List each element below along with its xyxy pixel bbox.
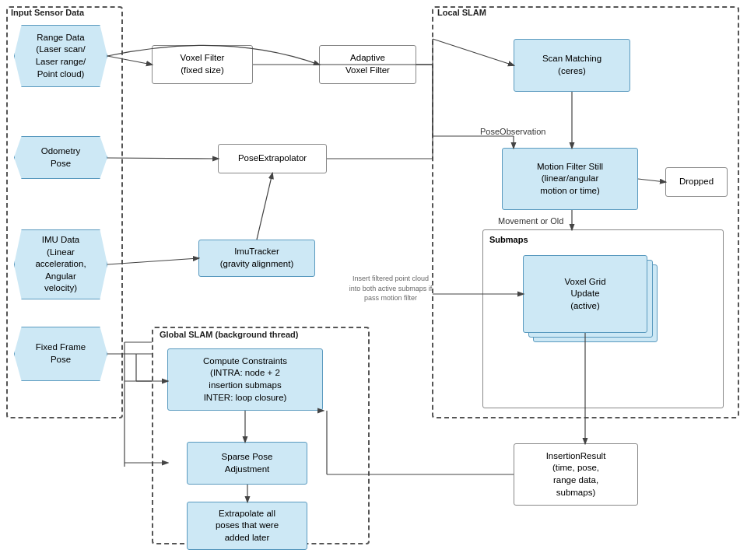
svg-line-5 xyxy=(107,158,218,159)
imu-tracker-box: ImuTracker (gravity alignment) xyxy=(198,240,315,277)
movement-old-label: Movement or Old xyxy=(498,216,563,226)
insertion-result-box: InsertionResult (time, pose, range data,… xyxy=(514,443,638,506)
voxel-grid-update-box: Voxel Grid Update (active) xyxy=(523,255,647,333)
fixed-frame-pose-box: Fixed Frame Pose xyxy=(14,327,107,381)
dropped-box: Dropped xyxy=(665,167,728,197)
pose-observation-label: PoseObservation xyxy=(480,127,545,136)
range-data-box: Range Data (Laser scan/ Laser range/ Poi… xyxy=(14,25,107,87)
extrapolate-poses-box: Extrapolate all poses that were added la… xyxy=(187,502,307,550)
scan-matching-box: Scan Matching (ceres) xyxy=(514,39,630,92)
pose-extrapolator-box: PoseExtrapolator xyxy=(218,144,327,173)
input-section-label: Input Sensor Data xyxy=(11,8,84,17)
sparse-pose-box: Sparse Pose Adjustment xyxy=(187,442,307,485)
voxel-filter-box: Voxel Filter (fixed size) xyxy=(152,45,253,84)
local-slam-label: Local SLAM xyxy=(437,8,486,17)
imu-data-box: IMU Data (Linear acceleration, Angular v… xyxy=(14,229,107,299)
submaps-label: Submaps xyxy=(489,235,528,244)
diagram-container: Input Sensor Data Local SLAM Global SLAM… xyxy=(0,0,747,560)
motion-filter-box: Motion Filter Still (linear/angular moti… xyxy=(502,148,638,210)
svg-line-7 xyxy=(257,173,272,240)
global-slam-label: Global SLAM (background thread) xyxy=(160,330,298,339)
adaptive-voxel-filter-box: Adaptive Voxel Filter xyxy=(319,45,416,84)
odometry-pose-box: Odometry Pose xyxy=(14,136,107,179)
insert-filtered-label: Insert filtered point cloudinto both act… xyxy=(340,274,441,303)
compute-constraints-box: Compute Constraints (INTRA: node + 2 ins… xyxy=(167,348,323,411)
